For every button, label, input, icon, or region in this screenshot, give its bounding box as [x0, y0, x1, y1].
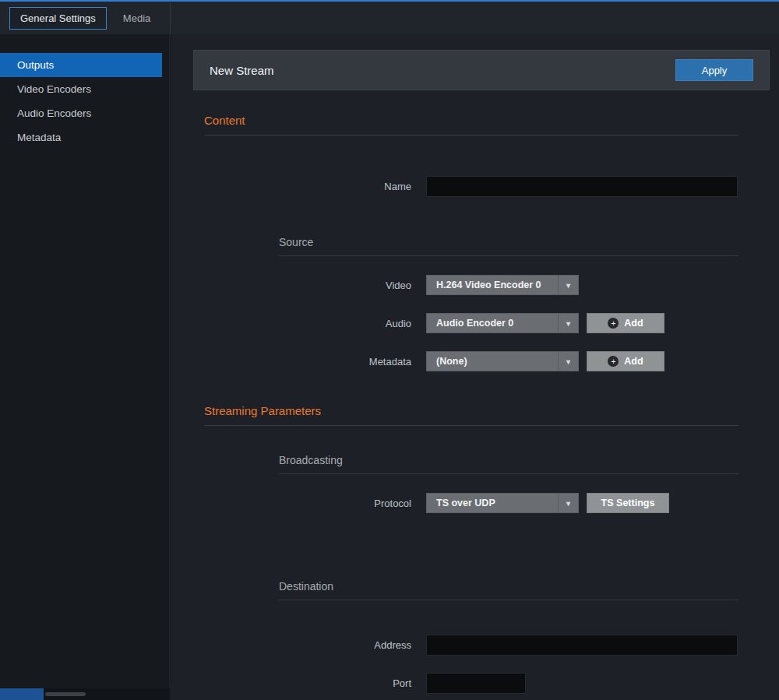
add-metadata-button[interactable]: + Add — [587, 351, 664, 371]
section-divider — [204, 135, 738, 135]
stream-header-bar: New Stream Apply — [193, 50, 770, 90]
subheading-source: Source — [279, 236, 779, 248]
video-row: Video H.264 Video Encoder 0 ▾ — [193, 275, 779, 295]
chevron-down-icon: ▾ — [558, 494, 578, 512]
section-divider — [204, 425, 738, 426]
video-encoder-dropdown[interactable]: H.264 Video Encoder 0 ▾ — [426, 275, 579, 295]
sub-divider — [279, 255, 738, 256]
section-heading-streaming: Streaming Parameters — [204, 404, 779, 417]
metadata-row: Metadata (None) ▾ + Add — [193, 351, 779, 371]
protocol-row: Protocol TS over UDP ▾ TS Settings — [193, 493, 779, 513]
metadata-selected: (None) — [436, 356, 467, 367]
name-row: Name — [193, 176, 779, 197]
plus-circle-icon: + — [608, 318, 619, 329]
plus-circle-icon: + — [608, 356, 619, 367]
sub-divider — [279, 473, 738, 474]
audio-encoder-selected: Audio Encoder 0 — [436, 318, 513, 329]
port-row: Port — [193, 673, 779, 694]
subheading-broadcasting: Broadcasting — [279, 454, 779, 466]
chevron-down-icon: ▾ — [558, 352, 578, 371]
add-audio-label: Add — [624, 318, 643, 329]
sidebar-item-outputs[interactable]: Outputs — [0, 53, 162, 77]
audio-row: Audio Audio Encoder 0 ▾ + Add — [193, 313, 779, 333]
add-audio-button[interactable]: + Add — [587, 313, 664, 333]
section-heading-content: Content — [204, 114, 779, 127]
tab-media[interactable]: Media — [113, 8, 160, 29]
sidebar: Outputs Video Encoders Audio Encoders Me… — [0, 34, 170, 700]
top-bar: General Settings Media — [0, 0, 779, 34]
ts-settings-button[interactable]: TS Settings — [587, 493, 669, 513]
sub-divider — [279, 600, 738, 600]
sidebar-item-video-encoders[interactable]: Video Encoders — [0, 77, 162, 101]
topbar-divider — [170, 3, 171, 34]
address-input[interactable] — [426, 635, 738, 656]
address-row: Address — [193, 635, 779, 656]
name-input[interactable] — [426, 176, 738, 197]
video-encoder-selected: H.264 Video Encoder 0 — [436, 280, 541, 290]
metadata-label: Metadata — [193, 356, 411, 368]
audio-label: Audio — [193, 318, 411, 329]
sidebar-resize-handle[interactable] — [0, 688, 44, 700]
video-label: Video — [193, 280, 411, 291]
apply-button[interactable]: Apply — [675, 59, 753, 81]
subheading-destination: Destination — [279, 580, 779, 593]
audio-encoder-dropdown[interactable]: Audio Encoder 0 ▾ — [426, 313, 579, 333]
chevron-down-icon: ▾ — [558, 276, 578, 294]
name-label: Name — [193, 181, 411, 192]
sidebar-item-metadata[interactable]: Metadata — [0, 125, 162, 149]
page-title: New Stream — [210, 64, 274, 77]
protocol-label: Protocol — [193, 498, 411, 509]
main-panel: New Stream Apply Content Name Source Vid… — [171, 34, 779, 700]
chevron-down-icon: ▾ — [558, 314, 578, 332]
sidebar-scrollbar-track — [0, 688, 170, 700]
port-label: Port — [193, 677, 411, 689]
address-label: Address — [193, 639, 411, 651]
tab-general-settings[interactable]: General Settings — [9, 7, 107, 30]
add-metadata-label: Add — [624, 356, 643, 367]
sidebar-scrollbar-thumb[interactable] — [45, 692, 86, 696]
metadata-dropdown[interactable]: (None) ▾ — [426, 351, 579, 371]
protocol-selected: TS over UDP — [436, 498, 495, 508]
port-input[interactable] — [426, 673, 526, 694]
sidebar-item-audio-encoders[interactable]: Audio Encoders — [0, 101, 162, 125]
protocol-dropdown[interactable]: TS over UDP ▾ — [426, 493, 579, 513]
